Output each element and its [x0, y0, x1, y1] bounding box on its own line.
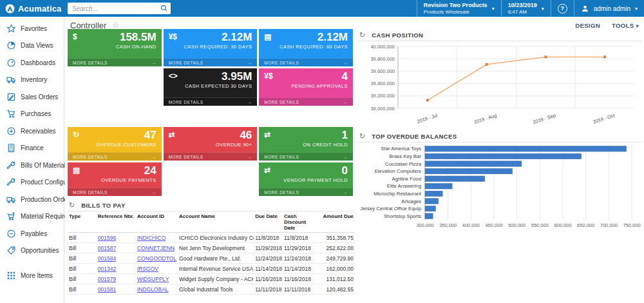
sidebar-item-more-items[interactable]: More Items [0, 267, 64, 284]
account-link[interactable]: INDGLOBAL [136, 284, 178, 295]
account-link[interactable]: CONGOODTOL [136, 253, 178, 264]
tile-empty-cell [164, 162, 258, 196]
svg-text:39,200,000: 39,200,000 [370, 93, 395, 99]
tile-cash-on-hand[interactable]: $ 158.5M CASH ON-HAND MORE DETAILS→ [68, 29, 162, 66]
more-details-link[interactable]: MORE DETAILS→ [68, 152, 162, 161]
column-header[interactable]: Cash Discount Date [283, 212, 314, 233]
tile-on-credit-hold[interactable]: ⇄ 1 ON CREDIT HOLD MORE DETAILS→ [259, 127, 353, 161]
reference-link[interactable]: 001584 [97, 253, 136, 264]
favorite-star-icon[interactable]: ☆ [112, 21, 119, 30]
tile-overdue-customers[interactable]: ↻ 47 OVERDUE CUSTOMERS MORE DETAILS→ [68, 127, 162, 161]
design-button[interactable]: DESIGN [575, 22, 600, 29]
chevron-down-icon: ▾ [542, 6, 544, 12]
sidebar-item-finance[interactable]: Finance [0, 140, 64, 157]
column-header[interactable]: Reference Nbr. [97, 212, 136, 233]
reference-link[interactable]: 001579 [97, 274, 136, 284]
sidebar-item-production-orders[interactable]: Production Orders [0, 191, 64, 208]
tile-value: 2.12M [222, 31, 252, 44]
sidebar-item-receivables[interactable]: Receivables [0, 122, 64, 140]
svg-text:2019 - Aug: 2019 - Aug [473, 112, 497, 125]
svg-text:2019 - Jul: 2019 - Jul [416, 112, 438, 124]
user-menu[interactable]: admin admin ▾ [574, 0, 644, 17]
table-cell: 11/29/2018 [254, 243, 283, 253]
more-details-link[interactable]: MORE DETAILS→ [259, 152, 353, 161]
tile-value: 1 [342, 129, 348, 142]
global-search[interactable] [68, 3, 171, 14]
more-details-link[interactable]: MORE DETAILS→ [259, 97, 353, 106]
tile-overdue-90[interactable]: ⇄ 46 OVERDUE 90+ MORE DETAILS→ [164, 127, 258, 161]
tile-cash-required-30[interactable]: ¥$ 2.12M CASH REQUIRED: 30 DAYS MORE DET… [164, 29, 258, 66]
column-header[interactable]: Account ID [136, 212, 178, 233]
reference-link[interactable]: 001581 [97, 284, 136, 295]
more-details-link[interactable]: MORE DETAILS→ [164, 97, 258, 106]
svg-text:39,600,000: 39,600,000 [370, 68, 395, 74]
more-details-link[interactable]: MORE DETAILS→ [259, 188, 353, 196]
table-cell: 11/16/2018 [254, 274, 283, 284]
sidebar-item-purchases[interactable]: Purchases [0, 106, 64, 123]
svg-text:500,000: 500,000 [508, 222, 526, 228]
top-overdue-balances-panel: ↻ TOP OVERDUE BALANCES 300,000350,000400… [358, 132, 642, 233]
table-cell: 249,729.90 [314, 253, 355, 264]
table-row: Bill001596INDICHICOICHICO Electronics In… [68, 233, 355, 243]
acumatica-logo[interactable]: Acumatica [0, 4, 64, 14]
refresh-icon[interactable]: ↻ [359, 133, 365, 140]
more-details-link[interactable]: MORE DETAILS→ [164, 58, 258, 66]
column-header[interactable]: Due Date [254, 212, 283, 233]
table-cell: Bill [68, 233, 97, 243]
table-cell: Global Industrial Tools [178, 284, 254, 295]
arrow-right-icon: → [247, 61, 252, 65]
svg-text:Jersey Central Office Equip: Jersey Central Office Equip [360, 206, 421, 211]
tile-cash-expected-30[interactable]: <> 3.95M CASH EXPECTED 30 DAYS MORE DETA… [164, 68, 258, 106]
company-name: Revision Two Products [424, 2, 488, 8]
column-header[interactable]: Type [68, 212, 97, 233]
tile-value: 2.12M [317, 31, 348, 44]
date-selector[interactable]: 10/23/2019 6:47 AM ▾ [501, 0, 551, 17]
arrow-right-icon: → [247, 155, 252, 159]
sidebar-item-favorites[interactable]: Favorites [0, 20, 64, 37]
tile-vendor-payment-hold[interactable]: ⇄ 0 VENDOR PAYMENT HOLD MORE DETAILS→ [259, 162, 353, 196]
sidebar-item-material-requirements[interactable]: Material Requireme... [0, 208, 64, 226]
more-details-link[interactable]: MORE DETAILS→ [68, 188, 162, 196]
refresh-icon[interactable]: ↻ [69, 202, 75, 209]
sidebar-item-label: Payables [21, 230, 47, 237]
svg-text:Shortstop Sports: Shortstop Sports [384, 213, 421, 219]
table-cell: 131,012.50 [314, 274, 355, 284]
sidebar-item-inventory[interactable]: Inventory [0, 72, 64, 89]
sidebar-item-label: More Items [21, 272, 53, 279]
sidebar-item-product-configurator[interactable]: Product Configurator [0, 174, 64, 191]
calculator-icon [6, 143, 16, 153]
dashboard-main: Controller ☆ DESIGN TOOLS ▾ $ 158.5M CAS… [65, 17, 644, 303]
table-cell: 252,622.00 [314, 243, 355, 253]
sidebar-item-dashboards[interactable]: Dashboards [0, 54, 64, 72]
reference-link[interactable]: 001596 [97, 233, 136, 243]
arrow-right-icon: → [152, 190, 156, 195]
sidebar-item-sales-orders[interactable]: Sales Orders [0, 88, 64, 106]
tools-button[interactable]: TOOLS ▾ [612, 22, 639, 29]
refresh-icon[interactable]: ↻ [359, 32, 365, 39]
search-input[interactable] [72, 5, 160, 12]
truck-icon [6, 75, 16, 84]
tile-cash-required-60[interactable]: ▤ 2.12M CASH REQUIRED: 60 DAYS MORE DETA… [259, 29, 353, 66]
sidebar-item-payables[interactable]: Payables [0, 225, 64, 242]
account-link[interactable]: WIDSUPPLY [136, 274, 178, 284]
company-selector[interactable]: Revision Two Products Products Wholesale… [417, 0, 501, 17]
sidebar-item-bills-of-material[interactable]: Bills Of Material [0, 157, 64, 174]
account-link[interactable]: INDICHICO [136, 233, 178, 243]
sidebar-item-data-views[interactable]: Data Views [0, 37, 64, 55]
help-button[interactable]: ? [551, 0, 574, 17]
search-icon[interactable] [160, 5, 168, 12]
account-link[interactable]: IRSGOV [136, 264, 178, 274]
more-details-link[interactable]: MORE DETAILS→ [68, 58, 162, 66]
account-link[interactable]: CONNETJENN [136, 243, 178, 253]
tile-pending-approvals[interactable]: ¥$ 4 PENDING APPROVALS MORE DETAILS→ [259, 68, 353, 106]
tile-overdue-payments[interactable]: ▤ 24 OVERDUE PAYMENTS MORE DETAILS→ [68, 162, 162, 196]
column-header[interactable]: Account Name [178, 212, 254, 233]
reference-link[interactable]: 001342 [97, 264, 136, 274]
sidebar-item-opportunities[interactable]: Opportunities [0, 242, 64, 260]
reference-link[interactable]: 001587 [97, 243, 136, 253]
more-details-link[interactable]: MORE DETAILS→ [259, 58, 353, 66]
svg-text:40,000,000: 40,000,000 [370, 44, 395, 50]
column-header[interactable]: Amount Due [314, 212, 355, 233]
more-details-link[interactable]: MORE DETAILS→ [164, 152, 258, 161]
arrow-right-icon: → [343, 61, 348, 65]
